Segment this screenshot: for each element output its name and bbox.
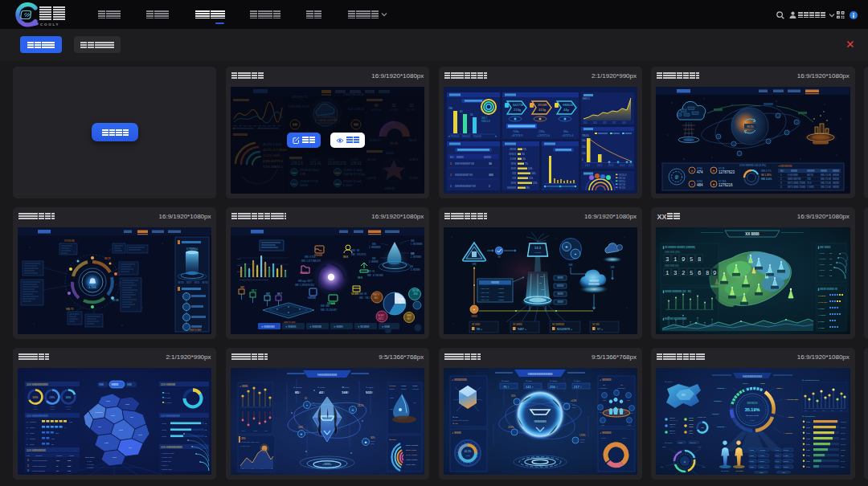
svg-text:98.8% 9888: 98.8% 9888 xyxy=(406,464,416,465)
svg-text:4733 988998.108 (9.3%): 4733 988998.108 (9.3%) xyxy=(739,164,766,167)
svg-text:988 : 733 1: 988 : 733 1 xyxy=(359,296,371,300)
svg-text:+873*0.4: +873*0.4 xyxy=(562,133,573,137)
svg-text:9888888 —: 9888888 — xyxy=(712,413,722,415)
svg-text:988888: 988888 xyxy=(56,454,63,455)
svg-text:9888: 9888 xyxy=(662,446,665,447)
svg-text:988: 988 xyxy=(831,409,833,410)
svg-text:✦ 98888888: ✦ 98888888 xyxy=(600,431,612,435)
svg-text:988 : 98: 988 : 98 xyxy=(351,249,360,252)
svg-text:4 98888: 4 98888 xyxy=(818,314,826,317)
svg-text:98888: 98888 xyxy=(69,454,75,455)
svg-text:12787623: 12787623 xyxy=(719,170,735,174)
svg-text:✦ 98888: ✦ 98888 xyxy=(240,385,248,388)
svg-text:98.89%: 98.89% xyxy=(690,441,695,443)
svg-text:988 98: 988 98 xyxy=(669,430,675,431)
svg-text:✦ 98889: ✦ 98889 xyxy=(334,325,343,328)
svg-text:987: 987 xyxy=(240,286,244,289)
svg-text:888888888*88: 888888888*88 xyxy=(455,174,473,177)
svg-text:✦98888: ✦98888 xyxy=(389,439,396,441)
svg-text:733: 733 xyxy=(807,178,811,181)
svg-text:3. 987889: 3. 987889 xyxy=(411,268,420,272)
svg-text:9888g: 9888g xyxy=(689,419,694,421)
svg-text:988 988 98: 988 988 98 xyxy=(747,402,759,405)
svg-text:98888: 98888 xyxy=(833,182,839,185)
svg-text:988: 1,377,988,975: 988: 1,377,988,975 xyxy=(301,259,321,263)
svg-text:250: 250 xyxy=(582,145,586,149)
svg-text:98898888: 98898888 xyxy=(588,283,600,286)
svg-text:98888888: 98888888 xyxy=(95,411,104,413)
svg-text:9888: 9888 xyxy=(614,388,617,390)
svg-text:988888: 988888 xyxy=(300,272,308,275)
svg-text:988 : 373,9711: 988 : 373,9711 xyxy=(351,253,366,256)
svg-text:9888: 9888 xyxy=(104,442,109,443)
svg-text:23.2%: 23.2% xyxy=(358,404,364,407)
svg-text:1276216: 1276216 xyxy=(719,183,733,187)
svg-text:8: 8 xyxy=(698,255,702,262)
svg-text:98733: 98733 xyxy=(178,281,184,284)
svg-text:9887 988: 9887 988 xyxy=(481,295,489,297)
svg-text:▌98888 8888888 (98 : 88): ▌98888 8888888 (98 : 88) xyxy=(663,290,691,293)
svg-text:— 98888888: — 98888888 xyxy=(783,432,793,434)
svg-text:9888 98: 9888 98 xyxy=(841,421,847,423)
svg-text:205: 205 xyxy=(603,120,607,124)
svg-text:98888: 98888 xyxy=(371,440,375,442)
svg-text:✦: ✦ xyxy=(305,404,308,407)
svg-text:988: 988 xyxy=(411,252,415,255)
svg-text:708a: 708a xyxy=(513,130,519,133)
svg-text:988 ngx: 9877: 988 ngx: 9877 xyxy=(298,280,313,283)
svg-text:9888: 9888 xyxy=(627,423,630,425)
svg-text:97.33: 97.33 xyxy=(113,299,119,302)
svg-text:5 9888: 5 9888 xyxy=(818,321,825,323)
svg-text:98888888888888: 98888888888888 xyxy=(527,371,553,375)
svg-text:988: 988 xyxy=(805,409,807,410)
svg-text:28%: 28% xyxy=(241,437,246,440)
svg-text:213g: 213g xyxy=(514,108,521,112)
svg-text:16%: 16% xyxy=(66,395,72,398)
svg-text:988888: 988888 xyxy=(112,383,119,386)
svg-text:9887.98 ✦ 988888: 9887.98 ✦ 988888 xyxy=(452,419,469,422)
svg-text:98888 →: 98888 → xyxy=(776,387,783,389)
svg-text:98888: 98888 xyxy=(819,263,825,266)
svg-text:388: 388 xyxy=(237,271,241,273)
svg-text:5: 5 xyxy=(690,255,694,262)
svg-text:6 9888: 6 9888 xyxy=(818,327,825,329)
svg-text:98: 98 xyxy=(497,255,501,259)
svg-text:88998: 88998 xyxy=(510,148,516,151)
svg-text:988 4.7%: 988 4.7% xyxy=(761,169,772,173)
svg-text:988: 93: 988: 93 xyxy=(359,292,367,296)
svg-text:98:8: 98:8 xyxy=(343,255,348,259)
svg-text:988898888888: 988898888888 xyxy=(32,470,46,472)
svg-text:662718: 662718 xyxy=(513,103,524,107)
svg-text:10%: 10% xyxy=(528,167,533,170)
svg-text:98 98: 98 98 xyxy=(841,460,845,462)
svg-text:98888888888: 98888888888 xyxy=(317,372,338,376)
svg-text:1 98888: 1 98888 xyxy=(818,295,826,297)
svg-text:2019 8888: 2019 8888 xyxy=(85,456,95,459)
svg-text:98888888 —: 98888888 — xyxy=(717,426,727,427)
svg-text:988: 988 xyxy=(682,394,686,397)
svg-text:201: 201 xyxy=(583,120,588,124)
svg-text:✦ 988: ✦ 988 xyxy=(452,423,458,425)
svg-text:9: 9 xyxy=(713,269,717,276)
svg-text:98888 988: 98888 988 xyxy=(698,416,706,418)
svg-text:8898: 8898 xyxy=(510,162,516,165)
svg-text:9888: 9888 xyxy=(125,403,130,405)
svg-text:998: 998 xyxy=(512,177,516,180)
svg-text:8-98.9888: 8-98.9888 xyxy=(788,174,798,177)
svg-text:150: 150 xyxy=(582,152,586,155)
svg-text:1: 1 xyxy=(674,255,678,262)
svg-text:988-73-98: 988-73-98 xyxy=(821,174,831,177)
svg-text:8889888888*88: 8889888888*88 xyxy=(455,162,474,165)
svg-text:9: 9 xyxy=(682,255,686,262)
svg-text:98888: 98888 xyxy=(601,437,607,439)
svg-text:GEN: GEN xyxy=(298,426,303,429)
svg-text:25.3% 98888: 25.3% 98888 xyxy=(406,449,417,451)
svg-text:9888: 9888 xyxy=(67,408,72,410)
svg-text:98888: 98888 xyxy=(821,169,827,172)
svg-text:9888: 9888 xyxy=(806,455,811,456)
svg-text:98888: 98888 xyxy=(580,439,585,440)
svg-text:413g: 413g xyxy=(538,108,546,112)
svg-text:988: 988 xyxy=(372,257,376,260)
svg-text:209: 209 xyxy=(622,120,626,124)
svg-text:9888: 9888 xyxy=(806,421,811,423)
